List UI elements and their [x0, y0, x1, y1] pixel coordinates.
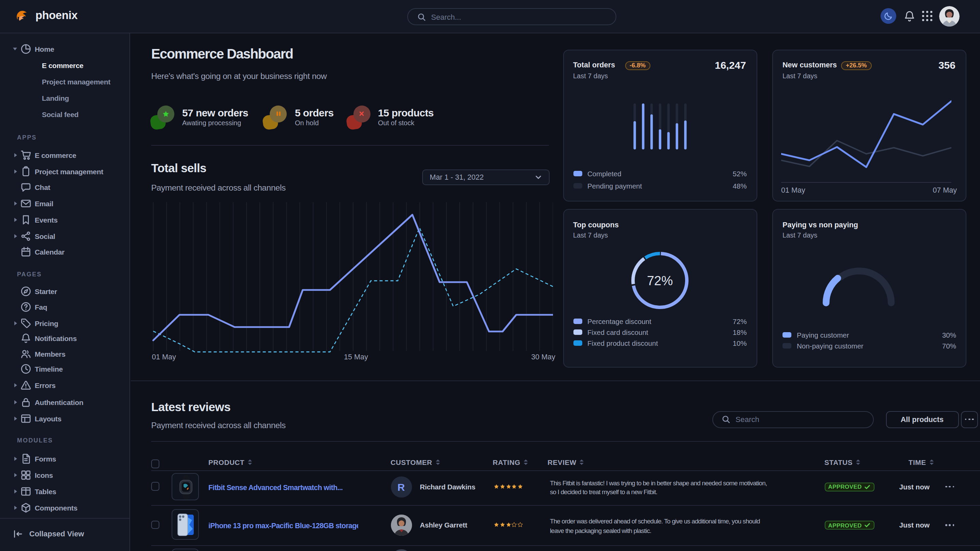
svg-text:72%: 72%: [647, 273, 673, 287]
